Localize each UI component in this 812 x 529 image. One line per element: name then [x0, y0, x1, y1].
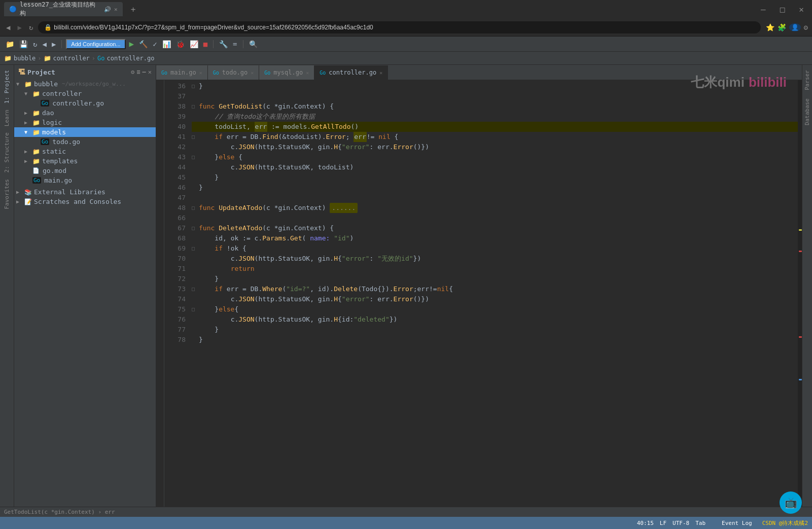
panel-parser-label[interactable]: Parser [802, 67, 812, 93]
tree-arrow-bubble: ▼ [16, 81, 22, 87]
fold-btn-73[interactable]: □ [192, 284, 199, 294]
fold-btn-36[interactable]: □ [192, 81, 199, 91]
side-panel-project[interactable]: 1: Project [2, 67, 12, 107]
tree-item-todo-go[interactable]: Go todo.go [14, 137, 156, 147]
right-scrollbar[interactable] [798, 80, 802, 507]
address-bar[interactable]: 🔒 bilibili.com/video/BV1gJ411p7xC/?p=27&… [38, 21, 760, 33]
run-btn[interactable]: ▶ [128, 39, 136, 49]
fold-btn-41[interactable]: □ [192, 132, 199, 142]
side-panel-learn[interactable]: Learn [2, 107, 12, 129]
tree-item-static[interactable]: ▶ 📁 static [14, 147, 156, 156]
tree-item-scratches[interactable]: ▶ 📝 Scratches and Consoles [14, 197, 156, 206]
wrench-icon[interactable]: 🔧 [218, 40, 229, 48]
fold-btn-75[interactable]: □ [192, 304, 199, 314]
tree-item-go-mod[interactable]: 📄 go.mod [14, 166, 156, 175]
code-74-comma: , [310, 294, 318, 304]
stop-icon[interactable]: ■ [202, 40, 209, 48]
status-tab[interactable]: Tab [695, 520, 705, 526]
bookmark-icon[interactable]: ⭐ [766, 23, 774, 31]
coverage-icon[interactable]: 📊 [161, 40, 172, 48]
tab-close-btn[interactable]: ✕ [114, 6, 118, 13]
profile-run-icon[interactable]: 📈 [188, 40, 200, 48]
nav-back-ide-btn[interactable]: ◀ [41, 40, 48, 48]
tree-item-models[interactable]: ▼ 📁 models [14, 127, 156, 137]
fold-btn-69[interactable]: □ [192, 243, 199, 254]
breadcrumb-controller[interactable]: controller [53, 55, 90, 62]
tree-item-logic[interactable]: ▶ 📁 logic [14, 118, 156, 127]
side-panel-favorites[interactable]: Favorites [2, 176, 12, 213]
tree-icon-gear[interactable]: ⚙ [131, 68, 134, 76]
code-content[interactable]: □ } □ func GetTodoList(c *gin.Context) { [190, 80, 802, 507]
toolbar-separator-3 [243, 40, 243, 48]
fold-btn-43[interactable]: □ [192, 152, 199, 162]
nav-forward-ide-btn[interactable]: ▶ [50, 40, 57, 48]
tab-main-go[interactable]: Go main.go ✕ [156, 65, 208, 80]
bilibili-tv-icon[interactable]: 📺 [780, 491, 802, 514]
profile-icon[interactable]: 👤 [789, 23, 801, 31]
side-icon-bar: 1: Project Learn 2: Structure Favorites [0, 65, 14, 507]
nav-forward-btn[interactable]: ▶ [15, 22, 23, 32]
code-76-comma: , [310, 314, 318, 325]
minimize-btn[interactable]: — [757, 5, 770, 14]
folder-icon[interactable]: 📁 [4, 40, 16, 48]
nav-back-btn[interactable]: ◀ [4, 22, 12, 32]
tab-close-todo[interactable]: ✕ [251, 70, 254, 76]
extensions-icon[interactable]: 🧩 [778, 23, 786, 31]
pkg-http-42: http [258, 142, 274, 152]
code-71-indent [199, 264, 231, 274]
tab-label-main: main.go [170, 69, 196, 76]
breadcrumb-bubble[interactable]: bubble [14, 55, 36, 62]
fold-btn-38[interactable]: □ [192, 101, 199, 112]
code-75-indent: } [199, 304, 219, 314]
nav-refresh-btn[interactable]: ↻ [27, 22, 35, 32]
status-lf[interactable]: LF [660, 520, 666, 526]
sync-icon[interactable]: ↻ [31, 40, 39, 48]
breadcrumb-controller-go[interactable]: controller.go [107, 55, 155, 62]
save-icon[interactable]: 💾 [18, 40, 29, 48]
panel-database-label[interactable]: Database [802, 95, 812, 128]
fold-btn-67[interactable]: □ [192, 223, 199, 233]
str-error-42: "error" [342, 142, 370, 152]
tab-close-main[interactable]: ✕ [199, 70, 202, 76]
code-74-close: ()}) [413, 294, 429, 304]
tab-mysql-go[interactable]: Go mysql.go ✕ [259, 65, 314, 80]
tree-project-icon: 🏗 [18, 68, 25, 76]
method-json-42: JSON [238, 142, 254, 152]
status-position[interactable]: 40:15 [637, 520, 654, 526]
settings-ide-icon[interactable]: = [231, 40, 238, 48]
tree-icon-sort[interactable]: ≡ [136, 68, 140, 76]
status-encoding[interactable]: UTF-8 [673, 520, 689, 526]
code-46: } [199, 183, 203, 193]
code-70-dot2: . [274, 254, 278, 264]
status-event-log[interactable]: Event Log [722, 520, 752, 526]
browser-tab[interactable]: 🔵 lesson27_企业级项目结构构 🔊 ✕ [4, 2, 123, 16]
settings-icon[interactable]: ⚙ [804, 23, 808, 31]
tree-icon-collapse[interactable]: – [143, 68, 146, 76]
tree-item-main-go[interactable]: Go main.go [14, 175, 156, 185]
tab-todo-go[interactable]: Go todo.go ✕ [208, 65, 260, 80]
tree-item-templates[interactable]: ▶ 📁 templates [14, 156, 156, 166]
fold-btn-48[interactable]: □ [192, 203, 199, 213]
close-btn[interactable]: ✕ [795, 5, 808, 14]
test-icon[interactable]: ✓ [151, 40, 158, 48]
tab-close-controller[interactable]: ✕ [379, 70, 382, 76]
method-error-74b: Error [394, 294, 413, 304]
tree-item-ext-libs[interactable]: ▶ 📚 External Libraries [14, 187, 156, 197]
tree-item-controller-go[interactable]: Go controller.go [14, 98, 156, 108]
breadcrumb-sep-1: › [38, 55, 41, 62]
tree-item-dao[interactable]: ▶ 📁 dao [14, 108, 156, 118]
debug-icon[interactable]: 🐞 [174, 40, 186, 48]
tab-audio-icon[interactable]: 🔊 [104, 6, 111, 13]
tree-item-controller[interactable]: ▼ 📁 controller [14, 89, 156, 98]
search-ide-icon[interactable]: 🔍 [248, 40, 259, 48]
build-icon[interactable]: 🔨 [137, 40, 149, 48]
tab-close-mysql[interactable]: ✕ [306, 70, 309, 76]
maximize-btn[interactable]: □ [776, 5, 789, 14]
new-tab-btn[interactable]: + [127, 4, 140, 15]
add-configuration-btn[interactable]: Add Configuration... [66, 39, 125, 49]
side-panel-structure[interactable]: 2: Structure [2, 129, 12, 175]
tree-item-bubble[interactable]: ▼ 📁 bubble ~/workspace/go_w... [14, 79, 156, 89]
code-editor[interactable]: 36 37 38 39 40 41 42 43 44 45 46 47 48 6… [156, 80, 802, 507]
tree-icon-close[interactable]: ✕ [148, 68, 152, 76]
tab-controller-go[interactable]: Go controller.go ✕ [314, 65, 388, 80]
